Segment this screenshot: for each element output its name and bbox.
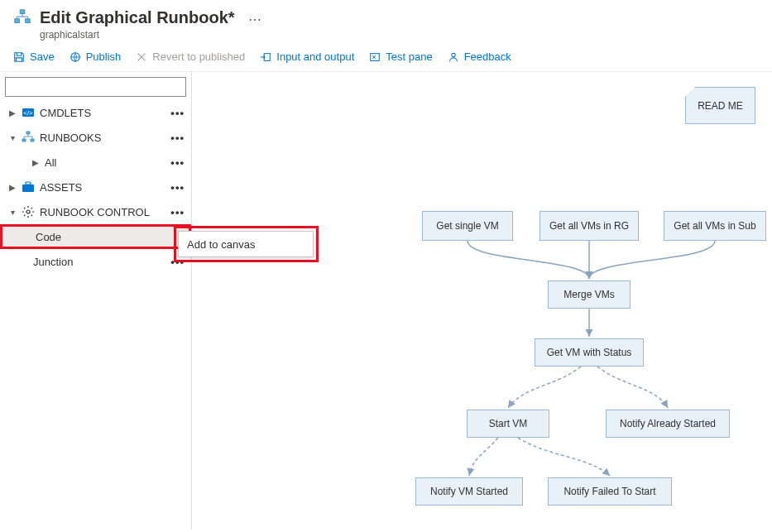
more-icon[interactable]: •••: [170, 156, 185, 169]
tree-item-runbooks[interactable]: ▾ RUNBOOKS •••: [0, 125, 191, 150]
node-label: Notify Already Started: [620, 418, 716, 429]
runbooks-icon: [22, 131, 35, 144]
revert-label: Revert to published: [152, 50, 245, 63]
more-icon[interactable]: •••: [170, 107, 185, 119]
junction-label: Junction: [33, 256, 73, 268]
save-button[interactable]: Save: [13, 50, 55, 63]
node-get-vm-status[interactable]: Get VM with Status: [535, 338, 644, 367]
node-notify-failed[interactable]: Notify Failed To Start: [548, 477, 672, 506]
context-menu-item-add-to-canvas[interactable]: Add to canvas: [187, 238, 255, 251]
code-label: Code: [36, 231, 61, 243]
runbook-icon: [13, 8, 31, 29]
chevron-down-icon: ▾: [8, 208, 17, 217]
node-get-all-sub[interactable]: Get all VMs in Sub: [664, 211, 766, 241]
toolbar: Save Publish Revert to published Input a…: [0, 46, 772, 72]
svg-text:</>: </>: [23, 109, 33, 117]
tree-item-assets[interactable]: ▶ ASSETS •••: [0, 175, 191, 199]
svg-rect-0: [20, 10, 25, 14]
tree-item-junction[interactable]: Junction •••: [0, 249, 191, 274]
node-readme-label: READ ME: [698, 100, 743, 112]
chevron-right-icon: ▶: [8, 183, 17, 192]
test-pane-label: Test pane: [386, 50, 432, 63]
search-container: [5, 77, 186, 97]
svg-rect-2: [26, 19, 30, 23]
page-title: Edit Graphical Runbook*: [40, 8, 235, 27]
tree-item-runbook-control[interactable]: ▾ RUNBOOK CONTROL •••: [0, 199, 191, 224]
tree-item-all[interactable]: ▶ All •••: [0, 150, 191, 175]
all-label: All: [45, 156, 56, 169]
feedback-icon: [448, 51, 459, 63]
assets-icon: [22, 180, 35, 194]
node-notify-already[interactable]: Notify Already Started: [606, 410, 730, 438]
chevron-down-icon: ▾: [8, 133, 17, 142]
svg-rect-1: [15, 19, 20, 23]
node-label: Notify Failed To Start: [563, 486, 655, 497]
node-label: Get VM with Status: [547, 347, 632, 358]
publish-icon: [70, 51, 81, 63]
runbooks-label: RUNBOOKS: [40, 132, 101, 144]
node-label: Start VM: [489, 418, 528, 429]
node-label: Get single VM: [436, 220, 498, 232]
chevron-right-icon: ▶: [8, 108, 17, 117]
tree-item-code[interactable]: Code •••: [0, 224, 191, 249]
revert-button: Revert to published: [136, 50, 245, 63]
sidebar: ▶ </> CMDLETS ••• ▾ RUNBOOKS ••• ▶ All: [0, 72, 192, 530]
node-merge-vms[interactable]: Merge VMs: [548, 280, 631, 309]
feedback-label: Feedback: [464, 50, 511, 63]
context-menu: Add to canvas: [178, 231, 314, 257]
node-label: Get all VMs in RG: [549, 220, 629, 232]
svg-rect-9: [26, 132, 30, 134]
node-get-all-rg[interactable]: Get all VMs in RG: [539, 211, 639, 241]
tree-item-cmdlets[interactable]: ▶ </> CMDLETS •••: [0, 100, 191, 125]
input-output-button[interactable]: Input and output: [260, 50, 354, 63]
library-tree: ▶ </> CMDLETS ••• ▾ RUNBOOKS ••• ▶ All: [0, 100, 191, 530]
feedback-button[interactable]: Feedback: [448, 50, 511, 63]
input-output-label: Input and output: [276, 50, 354, 63]
revert-icon: [136, 51, 147, 63]
svg-rect-12: [22, 185, 34, 192]
svg-rect-10: [22, 139, 26, 141]
search-input[interactable]: [5, 77, 186, 97]
node-label: Get all VMs in Sub: [674, 220, 755, 232]
svg-rect-13: [26, 182, 31, 185]
more-icon[interactable]: •••: [170, 181, 185, 194]
more-icon[interactable]: •••: [170, 132, 185, 144]
save-icon: [13, 51, 25, 63]
header-more-icon[interactable]: ⋯: [248, 12, 261, 27]
page-header: Edit Graphical Runbook* graphicalstart ⋯: [0, 0, 772, 46]
node-notify-started[interactable]: Notify VM Started: [415, 477, 523, 506]
publish-button[interactable]: Publish: [70, 50, 122, 63]
node-label: Merge VMs: [563, 289, 614, 300]
svg-rect-11: [31, 139, 34, 141]
test-pane-icon: [369, 51, 381, 63]
chevron-right-icon: ▶: [31, 158, 40, 167]
gear-icon: [22, 205, 35, 218]
input-output-icon: [260, 51, 271, 63]
cmdlets-label: CMDLETS: [40, 107, 91, 119]
svg-point-14: [26, 210, 30, 213]
node-label: Notify VM Started: [430, 486, 508, 497]
node-readme[interactable]: READ ME: [685, 87, 755, 124]
node-get-single-vm[interactable]: Get single VM: [422, 211, 513, 241]
test-pane-button[interactable]: Test pane: [369, 50, 432, 63]
publish-label: Publish: [86, 50, 122, 63]
node-start-vm[interactable]: Start VM: [467, 410, 549, 438]
assets-label: ASSETS: [40, 181, 82, 194]
cmdlets-icon: </>: [22, 106, 35, 119]
more-icon[interactable]: •••: [170, 206, 185, 218]
svg-point-6: [451, 53, 454, 56]
flow-connectors: [192, 72, 772, 530]
runbook-control-label: RUNBOOK CONTROL: [40, 206, 150, 218]
canvas[interactable]: READ ME Get single VM Get all VMs in RG …: [192, 72, 772, 530]
save-label: Save: [30, 50, 55, 63]
svg-rect-5: [371, 53, 380, 60]
page-subtitle: graphicalstart: [40, 29, 235, 41]
